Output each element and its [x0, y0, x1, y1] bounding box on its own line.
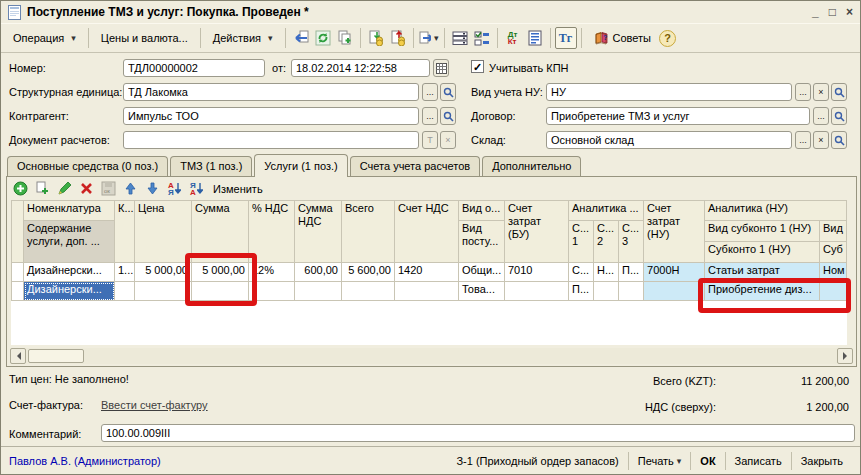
cell-vat-amount[interactable] — [295, 282, 342, 301]
cell-cost-account-nu[interactable] — [644, 282, 705, 301]
headers-toggle-button[interactable]: Тг — [555, 27, 577, 49]
cell-cut[interactable]: Ном — [820, 263, 847, 282]
copy-button[interactable] — [334, 27, 356, 49]
cell-subconto-nu[interactable]: Приобретение диз... — [705, 282, 820, 301]
fill-in-button[interactable] — [365, 27, 387, 49]
tips-button[interactable]: ? Советы — [586, 27, 659, 50]
scroll-left-button[interactable] — [10, 348, 26, 364]
save-button[interactable]: Записать — [725, 452, 791, 470]
scrollbar-thumb[interactable] — [28, 349, 84, 363]
close-button[interactable]: Закрыть — [791, 452, 852, 470]
print-button[interactable]: Печать — [628, 452, 691, 470]
cell-cost-account-bu[interactable]: 7010 — [505, 263, 569, 282]
cell-total[interactable]: 5 600,00 — [342, 263, 395, 282]
cell-price[interactable] — [135, 282, 192, 301]
maximize-icon[interactable]: □ — [829, 5, 836, 19]
cell-vat-amount[interactable]: 600,00 — [295, 263, 342, 282]
ellipsis-button[interactable]: ... — [795, 131, 811, 149]
tab-services[interactable]: Услуги (1 поз.) — [254, 154, 347, 177]
clear-button[interactable]: × — [813, 131, 829, 149]
row-marker-cell[interactable] — [12, 263, 24, 282]
magnifier-icon[interactable] — [831, 107, 847, 125]
counterparty-input[interactable] — [123, 107, 419, 125]
cell-subconto-bu-1[interactable]: П... — [569, 282, 594, 301]
contract-input[interactable] — [546, 107, 810, 125]
settlement-document-input[interactable] — [123, 131, 419, 149]
copy-row-button[interactable] — [33, 179, 52, 198]
calendar-icon[interactable] — [433, 59, 449, 77]
tab-settlement-accounts[interactable]: Счета учета расчетов — [350, 156, 480, 177]
cell-vat-percent[interactable]: 12% — [249, 263, 295, 282]
list-settings-button[interactable] — [449, 27, 471, 49]
user-link[interactable]: Павлов А.В. (Администратор) — [9, 455, 161, 467]
ellipsis-button[interactable]: ... — [795, 83, 811, 101]
tab-fixed-assets[interactable]: Основные средства (0 поз.) — [7, 156, 168, 177]
cell-kind[interactable]: Това... — [459, 282, 505, 301]
clear-button[interactable]: × — [813, 83, 829, 101]
move-down-button[interactable] — [143, 179, 162, 198]
magnifier-icon[interactable] — [440, 107, 456, 125]
close-icon[interactable]: × — [846, 5, 853, 19]
prices-currency-button[interactable]: Цены и валюта... — [93, 28, 196, 48]
warehouse-input[interactable] — [546, 131, 792, 149]
move-up-button[interactable] — [121, 179, 140, 198]
delete-row-button[interactable] — [77, 179, 96, 198]
cell-cut[interactable] — [820, 282, 847, 301]
cell-subconto-kind-nu[interactable]: Статьи затрат — [705, 263, 820, 282]
cell-price[interactable]: 5 000,00 — [135, 263, 192, 282]
cell-subconto-bu-2[interactable] — [594, 282, 619, 301]
reread-button[interactable] — [290, 27, 312, 49]
cell-subconto-bu-2[interactable]: Н... — [594, 263, 619, 282]
ellipsis-button[interactable]: ... — [422, 107, 438, 125]
cell-cost-account-nu[interactable]: 7000Н — [644, 263, 705, 282]
ellipsis-button[interactable]: ... — [813, 107, 829, 125]
ellipsis-button[interactable]: ... — [422, 83, 438, 101]
cell-subconto-bu-1[interactable]: С... — [569, 263, 594, 282]
cell-quantity[interactable]: 1... — [115, 263, 135, 282]
clear-button[interactable]: × — [440, 131, 456, 149]
actions-button[interactable]: Действия — [205, 28, 281, 48]
kpn-checkbox[interactable]: ✓ — [471, 60, 484, 73]
add-row-button[interactable] — [11, 179, 30, 198]
operation-button[interactable]: Операция — [5, 28, 84, 48]
magnifier-icon[interactable] — [440, 83, 456, 101]
minimize-icon[interactable]: _ — [812, 5, 819, 19]
cell-cost-account-bu[interactable] — [505, 282, 569, 301]
sort-ascending-button[interactable]: АЯ — [165, 179, 184, 198]
edit-row-button[interactable] — [55, 179, 74, 198]
cell-subconto-bu-3[interactable]: П... — [619, 263, 644, 282]
nu-account-type-input[interactable] — [546, 83, 792, 101]
row-marker-cell[interactable] — [12, 282, 24, 301]
cell-subconto-bu-3[interactable] — [619, 282, 644, 301]
edit-menu-button[interactable]: Изменить — [213, 183, 263, 195]
cell-total[interactable] — [342, 282, 395, 301]
cell-vat-account[interactable]: 1420 — [395, 263, 459, 282]
scroll-right-button[interactable] — [837, 348, 853, 364]
cell-vat-percent[interactable] — [249, 282, 295, 301]
clear-fill-button[interactable] — [387, 27, 409, 49]
date-input[interactable] — [291, 59, 430, 77]
tab-tmz[interactable]: ТМЗ (1 поз.) — [170, 156, 252, 177]
magnifier-icon[interactable] — [831, 83, 847, 101]
cell-quantity[interactable] — [115, 282, 135, 301]
horizontal-scrollbar[interactable] — [10, 348, 853, 364]
ok-button[interactable]: ОК — [690, 452, 724, 470]
sort-descending-button[interactable]: ЯА — [187, 179, 206, 198]
end-edit-button[interactable]: ок — [99, 179, 118, 198]
cell-nomenclature-selected[interactable]: Дизайнерски... — [24, 282, 115, 301]
number-input[interactable] — [123, 59, 265, 77]
cell-kind[interactable]: Общи... — [459, 263, 505, 282]
column-settings-button[interactable] — [471, 27, 493, 49]
tab-additional[interactable]: Дополнительно — [482, 156, 581, 177]
goto-button[interactable] — [418, 27, 440, 49]
comment-input[interactable] — [101, 424, 855, 442]
cell-nomenclature[interactable]: Дизайнерски... — [24, 263, 115, 282]
cell-amount[interactable]: 5 000,00 — [192, 263, 249, 282]
text-edit-button[interactable]: Т — [422, 131, 438, 149]
refresh-button[interactable] — [312, 27, 334, 49]
cell-amount[interactable] — [192, 282, 249, 301]
magnifier-icon[interactable] — [831, 131, 847, 149]
document-structure-button[interactable] — [524, 27, 546, 49]
help-button[interactable]: ? — [659, 30, 676, 47]
cell-vat-account[interactable] — [395, 282, 459, 301]
